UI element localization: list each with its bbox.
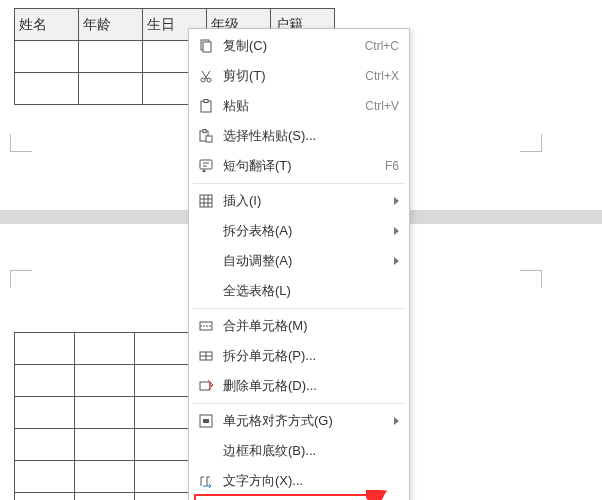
table-cell[interactable] [79,41,143,73]
menu-item[interactable]: 复制(C)Ctrl+C [189,31,409,61]
menu-item[interactable]: 单元格对齐方式(G) [189,406,409,436]
menu-separator [193,308,405,309]
table-header[interactable]: 姓名 [15,9,79,41]
paste-icon [197,97,215,115]
page-corner [10,270,32,288]
menu-item[interactable]: 自动调整(A) [189,246,409,276]
menu-item[interactable]: 合并单元格(M) [189,311,409,341]
lower-table[interactable] [14,332,195,500]
split-icon [197,347,215,365]
table-row[interactable] [15,429,195,461]
menu-item-shortcut: Ctrl+C [365,39,399,53]
table-cell[interactable] [15,365,75,397]
menu-item-label: 剪切(T) [223,67,357,85]
menu-item[interactable]: 全选表格(L) [189,276,409,306]
paste-special-icon [197,127,215,145]
table-cell[interactable] [135,333,195,365]
align-icon [197,412,215,430]
table-cell[interactable] [75,461,135,493]
menu-item-label: 粘贴 [223,97,357,115]
copy-icon [197,37,215,55]
svg-rect-5 [204,100,208,103]
document-area: 姓名年龄生日年级户籍 复制(C)Ctrl+C剪切(T)Ctrl+X粘贴Ctrl+… [0,0,602,500]
page-corner [10,134,32,152]
table-row[interactable] [15,365,195,397]
table-row[interactable] [15,397,195,429]
svg-rect-10 [200,195,212,207]
menu-item-shortcut: F6 [385,159,399,173]
context-menu[interactable]: 复制(C)Ctrl+C剪切(T)Ctrl+X粘贴Ctrl+V选择性粘贴(S)..… [188,28,410,500]
menu-item-shortcut: Ctrl+V [365,99,399,113]
table-row[interactable] [15,333,195,365]
insert-icon [197,192,215,210]
menu-item[interactable]: 选择性粘贴(S)... [189,121,409,151]
chevron-right-icon [394,417,399,425]
menu-item-label: 复制(C) [223,37,357,55]
table-cell[interactable] [75,429,135,461]
table-cell[interactable] [135,397,195,429]
page-corner [520,270,542,288]
table-cell[interactable] [15,41,79,73]
delete-cell-icon [197,377,215,395]
menu-item[interactable]: 粘贴Ctrl+V [189,91,409,121]
svg-rect-15 [203,419,209,423]
menu-item[interactable]: 表格属性(R)... [189,496,409,500]
table-cell[interactable] [79,73,143,105]
blank-icon [197,282,215,300]
table-cell[interactable] [75,397,135,429]
menu-item[interactable]: 插入(I) [189,186,409,216]
svg-rect-9 [200,160,212,169]
svg-rect-1 [203,42,211,52]
table-cell[interactable] [15,429,75,461]
table-cell[interactable] [15,397,75,429]
chevron-right-icon [394,197,399,205]
menu-separator [193,403,405,404]
chevron-right-icon [394,257,399,265]
blank-icon [197,252,215,270]
menu-item[interactable]: 删除单元格(D)... [189,371,409,401]
table-header[interactable]: 年龄 [79,9,143,41]
translate-icon [197,157,215,175]
table-row[interactable] [15,493,195,501]
page-corner [520,134,542,152]
menu-item[interactable]: 剪切(T)Ctrl+X [189,61,409,91]
table-cell[interactable] [75,365,135,397]
menu-item-label: 自动调整(A) [223,252,386,270]
svg-point-3 [207,78,211,82]
blank-icon [197,222,215,240]
table-cell[interactable] [15,73,79,105]
table-row[interactable] [15,461,195,493]
menu-item-label: 单元格对齐方式(G) [223,412,386,430]
table-cell[interactable] [15,461,75,493]
chevron-right-icon [394,227,399,235]
cut-icon [197,67,215,85]
table-cell[interactable] [75,333,135,365]
table-cell[interactable] [135,461,195,493]
menu-item[interactable]: 文字方向(X)... [189,466,409,496]
menu-item[interactable]: 拆分单元格(P)... [189,341,409,371]
menu-item-label: 选择性粘贴(S)... [223,127,399,145]
menu-item-shortcut: Ctrl+X [365,69,399,83]
menu-item-label: 全选表格(L) [223,282,399,300]
table-cell[interactable] [135,429,195,461]
menu-item-label: 插入(I) [223,192,386,210]
menu-item[interactable]: 短句翻译(T)F6 [189,151,409,181]
table-cell[interactable] [15,493,75,501]
table-cell[interactable] [75,493,135,501]
menu-item-label: 短句翻译(T) [223,157,377,175]
svg-rect-7 [203,130,206,133]
svg-rect-8 [206,136,212,142]
menu-item-label: 拆分表格(A) [223,222,386,240]
menu-item-label: 边框和底纹(B)... [223,442,399,460]
svg-point-2 [201,78,205,82]
lower-table-wrap [14,332,195,500]
menu-item[interactable]: 拆分表格(A) [189,216,409,246]
merge-icon [197,317,215,335]
table-cell[interactable] [135,493,195,501]
menu-item-label: 删除单元格(D)... [223,377,399,395]
blank-icon [197,442,215,460]
table-cell[interactable] [135,365,195,397]
table-cell[interactable] [15,333,75,365]
menu-separator [193,183,405,184]
menu-item[interactable]: 边框和底纹(B)... [189,436,409,466]
